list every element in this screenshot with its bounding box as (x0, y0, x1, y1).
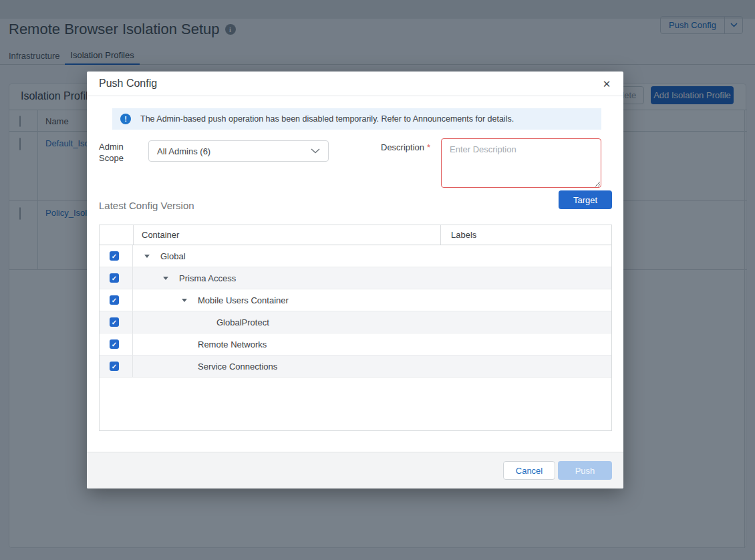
tree-node-label: Remote Networks (198, 339, 267, 349)
push-button[interactable]: Push (558, 461, 612, 480)
labels-cell (440, 289, 611, 311)
description-label-text: Description (381, 142, 424, 152)
screen: Remote Browser Isolation Setup i Push Co… (0, 0, 755, 560)
labels-cell (440, 333, 611, 355)
tree-row-globalprotect: GlobalProtect (100, 311, 611, 333)
required-asterisk: * (427, 142, 430, 152)
target-button[interactable]: Target (559, 190, 612, 209)
tree-row-prisma-access: Prisma Access (100, 267, 611, 289)
cancel-button[interactable]: Cancel (503, 461, 555, 480)
checkbox-checked-icon[interactable] (110, 317, 119, 327)
labels-cell (440, 267, 611, 289)
section-heading: Latest Config Version (99, 200, 194, 211)
banner-text: The Admin-based push operation has been … (140, 114, 514, 124)
tree-row-mobile-users-container: Mobile Users Container (100, 289, 611, 311)
admin-scope-value: All Admins (6) (157, 146, 210, 156)
checkbox-checked-icon[interactable] (110, 362, 119, 371)
description-label: Description* (381, 142, 430, 153)
tree-node-label: Global (160, 251, 186, 261)
labels-cell (440, 356, 611, 377)
modal-header: Push Config ✕ (87, 72, 623, 96)
tree-node-label: GlobalProtect (216, 317, 269, 327)
column-header-container: Container (133, 225, 440, 245)
checkbox-checked-icon[interactable] (110, 339, 119, 349)
labels-cell (440, 245, 611, 267)
close-icon[interactable]: ✕ (600, 78, 613, 91)
admin-scope-select[interactable]: All Admins (6) (148, 140, 329, 162)
labels-cell (440, 311, 611, 333)
description-textarea[interactable] (441, 138, 601, 188)
tree-node-label: Mobile Users Container (198, 295, 289, 305)
tree-node-label: Prisma Access (179, 273, 236, 283)
tree-row-remote-networks: Remote Networks (100, 333, 611, 356)
checkbox-checked-icon[interactable] (110, 295, 119, 305)
checkbox-checked-icon[interactable] (110, 273, 119, 283)
caret-down-icon[interactable] (163, 277, 168, 283)
tree-table-header: Container Labels (100, 225, 611, 245)
admin-scope-label: Admin Scope (99, 141, 134, 164)
tree-node-label: Service Connections (198, 362, 277, 372)
push-config-modal: Push Config ✕ ! The Admin-based push ope… (87, 72, 623, 488)
info-banner: ! The Admin-based push operation has bee… (112, 108, 601, 130)
header-checkbox-cell (100, 225, 133, 245)
caret-down-icon[interactable] (144, 255, 150, 261)
chevron-down-icon (311, 148, 320, 154)
checkbox-checked-icon[interactable] (110, 251, 119, 261)
tree-row-global: Global (100, 245, 611, 267)
tree-row-service-connections: Service Connections (100, 356, 611, 378)
modal-footer: Cancel Push (87, 452, 623, 488)
modal-title: Push Config (99, 78, 157, 90)
column-header-labels: Labels (440, 225, 611, 245)
caret-down-icon[interactable] (182, 299, 187, 305)
alert-info-icon: ! (120, 114, 131, 124)
config-tree-table: Container Labels Global Prisma Access (99, 225, 612, 431)
